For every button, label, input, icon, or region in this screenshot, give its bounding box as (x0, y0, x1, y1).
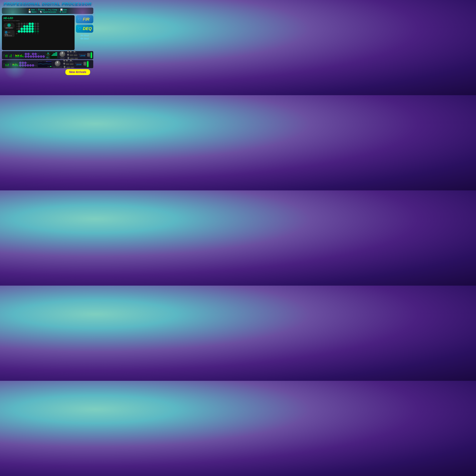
ch-number-row: CH 1 2 3 4 5 6 7 8 (16, 33, 73, 34)
gain-icon: ⚡ (28, 9, 31, 11)
btn-d-448[interactable] (34, 53, 37, 55)
net-ip: 192.168.111.111 (5, 35, 12, 36)
dot-c3 (23, 25, 26, 27)
btn-a-448[interactable] (25, 53, 27, 55)
usb-section-448: USB ←→USB (87, 53, 90, 57)
xover-icon: ⚙ (60, 11, 61, 13)
setting-ctrl-448: SETTING (70, 58, 74, 59)
right-badges: 🛡 FIR 🛡 DEQ 3in 6out 4in 8out (76, 15, 93, 50)
btn-out2-336[interactable] (22, 64, 24, 67)
model-name-336: LD336 (76, 64, 82, 66)
feature-gain: ⚡ Gain (28, 9, 35, 11)
btn-out4-448[interactable] (32, 55, 34, 58)
device-ld448: CH IN (2, 51, 93, 59)
deq-badge: 🛡 DEQ (76, 25, 93, 33)
btn-c-336[interactable] (24, 62, 27, 64)
dot-a7 (34, 30, 36, 33)
btn-out1-448[interactable] (25, 55, 27, 58)
delay-knob-336[interactable] (66, 59, 68, 61)
delay-knob-448[interactable] (70, 51, 72, 52)
signal-gen-icon: 📡 (40, 11, 42, 13)
dot-c5 (29, 25, 31, 27)
dot-d7 (34, 23, 36, 25)
save-btn-448[interactable]: SAVE (74, 58, 78, 59)
user-icon: 👤 (7, 23, 11, 27)
btn-out4-336[interactable] (27, 64, 29, 67)
middle-section: HD-LED The function is more intuitive 👤 … (2, 15, 93, 50)
recall-btn-336[interactable]: RECALL (70, 63, 73, 65)
ch-out-label-448: CH OUT (13, 54, 14, 56)
power-led-336 (87, 61, 88, 67)
comp-knob-448[interactable] (74, 51, 76, 52)
dot-b4 (26, 28, 28, 30)
feature-matrix: 🔄 Matrix (29, 11, 36, 13)
feature-signal-gen: 📡 Signal Generator (40, 11, 57, 13)
user-preset-label: UserPreset 01 (6, 27, 13, 28)
fir-text: FIR (83, 17, 89, 22)
btn-out6-448[interactable] (37, 55, 40, 58)
xover-knob-448[interactable] (68, 57, 69, 59)
xover-knob-336[interactable] (64, 66, 66, 68)
hd-led-content: 👤 UserPreset 01 🌐 NET ID:001 192.168.111… (3, 23, 73, 49)
btn-out3-448[interactable] (30, 55, 32, 58)
output-meters-336: 1 2 (12, 61, 18, 67)
main-knob-336[interactable] (55, 61, 60, 66)
device-ld336: CH IN A (2, 60, 93, 68)
main-knob-448[interactable] (60, 51, 65, 57)
save-btn-336[interactable]: SAVE (71, 67, 74, 68)
btn-a-336[interactable] (19, 62, 21, 64)
btn-out7-448[interactable] (40, 55, 42, 58)
btn-out5-448[interactable] (35, 55, 37, 58)
btn-out5-336[interactable] (29, 64, 32, 67)
gain-ctrl-336: GAIN (63, 59, 65, 62)
deq-shield-icon: 🛡 (78, 27, 82, 31)
mxeq-btn-336[interactable]: MX/EQ (66, 63, 69, 65)
gain-knob-448[interactable] (67, 51, 69, 52)
recall-btn-448[interactable]: RECALL (74, 54, 77, 56)
dot-a8 (37, 30, 39, 33)
dot-c2 (21, 25, 23, 27)
dot-b5 (29, 28, 31, 30)
matrix-row-b: B (16, 28, 73, 30)
dot-c8 (37, 25, 39, 27)
btn-b-336[interactable] (22, 62, 24, 64)
btn-b-448[interactable] (27, 53, 30, 55)
comp-ctrl-448: COMP/LIMIT (72, 51, 77, 53)
gain-knob-336[interactable] (63, 59, 65, 61)
meter-ch-b: B (7, 52, 7, 58)
btn-out1-336[interactable] (19, 64, 21, 67)
input-meters-448-cd: C D (10, 52, 12, 58)
eq-knob-448[interactable] (67, 54, 69, 56)
brand-name-448: PAULKITSON (79, 54, 86, 55)
btn-out8-448[interactable] (43, 55, 45, 58)
mxeq-ctrl-336: MX/EQ (66, 63, 69, 65)
dot-c1 (18, 25, 20, 27)
matrix-icon: 🔄 (29, 11, 31, 13)
screen-display-448: 👤 UserPreset 01 🌐 NET ID:001 192.168.111… (46, 52, 57, 59)
matrix-row-d: D (16, 23, 73, 25)
setting-btn-336[interactable]: SETTING (67, 67, 70, 68)
deq-text: DEQ (83, 26, 92, 31)
brand-area-336: PAULKITSON LD336 (75, 63, 83, 66)
save-ctrl-448: SAVE (74, 58, 78, 59)
dot-d6 (32, 23, 34, 25)
btn-out2-448[interactable] (27, 55, 30, 58)
comp-knob-336[interactable] (70, 59, 72, 61)
eq-knob-336[interactable] (63, 63, 65, 65)
setting-ctrl-336: SETTING (67, 67, 70, 68)
comp-ctrl-336: COMP/LIMIT (69, 59, 73, 62)
features-bar: ⚡ Gain / ⏱ Delay / ▼▲ Comp / 📊 Gate 🔄 Ma… (2, 8, 93, 14)
fir-shield-icon: 🛡 (78, 17, 82, 21)
mxeq-btn-448[interactable]: MX/EQ (70, 54, 73, 56)
dot-b6 (32, 28, 34, 30)
dot-d8 (37, 23, 39, 25)
setting-btn-448[interactable]: SETTING (70, 58, 74, 59)
input-meters-448: A B (5, 52, 7, 58)
btn-c-448[interactable] (32, 53, 34, 55)
dot-d3 (23, 23, 26, 25)
btn-out3-336[interactable] (24, 64, 27, 67)
btn-out6-336[interactable] (32, 64, 34, 67)
user-badge: 👤 UserPreset 01 (3, 23, 15, 29)
recall-ctrl-448: RECALL (74, 54, 77, 56)
new-arrivals-badge: New Arrivals (65, 69, 90, 75)
